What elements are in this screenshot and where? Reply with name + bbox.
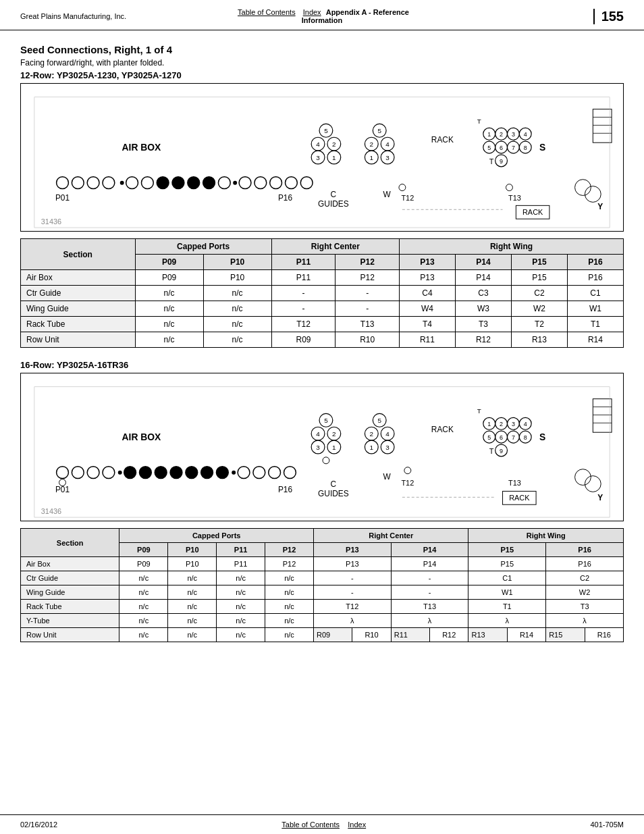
- svg-point-88: [118, 471, 122, 475]
- svg-text:2: 2: [500, 131, 503, 138]
- svg-text:5: 5: [377, 417, 381, 424]
- t2-col-p09: P09: [119, 543, 168, 557]
- svg-text:AIR BOX: AIR BOX: [122, 432, 162, 442]
- header-toc-link[interactable]: Table of Contents: [238, 8, 296, 16]
- footer: 02/16/2012 Table of Contents Index 401-7…: [0, 814, 644, 834]
- page-title: Seed Connections, Right, 1 of 4: [20, 44, 624, 55]
- svg-text:P16: P16: [278, 193, 293, 203]
- page-number: 155: [593, 9, 624, 24]
- svg-point-99: [269, 467, 281, 479]
- svg-text:RACK: RACK: [522, 208, 543, 216]
- diagram1: AIR BOX: [20, 83, 624, 232]
- section2-row-label: 16-Row: YP3025A-16TR36: [20, 360, 624, 370]
- svg-text:1: 1: [487, 421, 491, 427]
- svg-text:AIR BOX: AIR BOX: [122, 142, 162, 153]
- footer-toc-link[interactable]: Table of Contents: [281, 820, 340, 829]
- table-row: Row Unitn/cn/cR09R10R11R12R13R14: [21, 332, 624, 348]
- svg-point-90: [139, 467, 151, 479]
- svg-text:3: 3: [512, 131, 515, 138]
- svg-text:C: C: [331, 190, 337, 199]
- svg-text:P16: P16: [278, 485, 293, 494]
- svg-text:T13: T13: [508, 194, 521, 202]
- table-row: Ctr Guiden/cn/cn/cn/c--C1C2: [21, 571, 624, 585]
- svg-point-97: [238, 467, 250, 479]
- col-p14: P14: [455, 255, 511, 270]
- table-row: Y-Tuben/cn/cn/cn/cλλλλ: [21, 614, 624, 628]
- diagram1-svg: AIR BOX: [21, 84, 623, 231]
- svg-point-11: [188, 177, 200, 189]
- main-content: Seed Connections, Right, 1 of 4 Facing f…: [0, 30, 644, 668]
- svg-point-2: [57, 177, 69, 189]
- t2-col-right-wing: Right Wing: [468, 529, 624, 543]
- svg-text:1: 1: [487, 131, 491, 138]
- svg-rect-158: [593, 399, 612, 433]
- svg-text:2: 2: [500, 421, 503, 427]
- svg-text:1: 1: [370, 444, 374, 451]
- svg-point-68: [399, 184, 406, 191]
- table-row: Wing Guiden/cn/c--W4W3W2W1: [21, 301, 624, 317]
- header: Great Plains Manufacturing, Inc. Table o…: [0, 0, 644, 30]
- svg-text:8: 8: [524, 434, 527, 441]
- svg-point-70: [506, 184, 513, 191]
- svg-text:9: 9: [500, 158, 503, 165]
- svg-point-94: [201, 467, 213, 479]
- svg-text:T12: T12: [401, 194, 414, 202]
- svg-point-91: [155, 467, 167, 479]
- svg-point-9: [157, 177, 169, 189]
- svg-rect-76: [593, 109, 612, 143]
- t2-col-p16: P16: [546, 543, 624, 557]
- svg-point-7: [126, 177, 138, 189]
- svg-text:9: 9: [500, 448, 503, 454]
- col-right-wing: Right Wing: [399, 239, 623, 255]
- svg-text:2: 2: [370, 430, 374, 438]
- col-p09: P09: [135, 255, 203, 270]
- col-p16: P16: [567, 255, 623, 270]
- diagram2: AIR BOX: [20, 373, 624, 521]
- svg-text:T: T: [477, 118, 481, 125]
- svg-text:3: 3: [385, 444, 390, 451]
- header-index-link[interactable]: Index: [303, 8, 321, 16]
- svg-text:5: 5: [487, 434, 491, 441]
- svg-point-3: [72, 177, 84, 189]
- svg-point-15: [239, 177, 251, 189]
- svg-text:4: 4: [316, 140, 320, 148]
- table-row: Wing Guiden/cn/cn/cn/c--W1W2: [21, 585, 624, 600]
- header-company: Great Plains Manufacturing, Inc.: [20, 12, 221, 20]
- t2-col-p11: P11: [217, 543, 265, 557]
- svg-text:RACK: RACK: [431, 135, 454, 145]
- svg-text:7: 7: [512, 434, 515, 441]
- svg-point-6: [120, 181, 124, 185]
- t2-col-p12: P12: [265, 543, 314, 557]
- svg-point-89: [124, 467, 136, 479]
- svg-text:T: T: [489, 157, 494, 165]
- svg-point-18: [286, 177, 298, 189]
- svg-text:31436: 31436: [41, 217, 61, 226]
- footer-doc-number: 401-705M: [590, 820, 624, 829]
- svg-point-19: [300, 177, 313, 189]
- svg-text:W: W: [383, 472, 392, 481]
- header-page: 155: [423, 9, 624, 24]
- svg-point-14: [233, 181, 237, 185]
- svg-text:3: 3: [512, 421, 515, 427]
- svg-text:P01: P01: [55, 193, 70, 203]
- svg-text:4: 4: [385, 140, 390, 148]
- svg-text:T12: T12: [401, 479, 414, 487]
- svg-point-8: [141, 177, 153, 189]
- svg-text:5: 5: [487, 145, 491, 151]
- table1: Section Capped Ports Right Center Right …: [20, 238, 624, 348]
- svg-point-12: [203, 177, 215, 189]
- t2-col-section: Section: [21, 529, 119, 557]
- svg-point-4: [87, 177, 99, 189]
- header-nav: Table of Contents Index Appendix A - Ref…: [221, 8, 423, 24]
- svg-point-84: [57, 467, 69, 479]
- table2: Section Capped Ports Right Center Right …: [20, 528, 624, 642]
- footer-index-link[interactable]: Index: [348, 820, 366, 829]
- col-p13: P13: [399, 255, 455, 270]
- svg-text:5: 5: [324, 417, 328, 424]
- col-p11: P11: [271, 255, 336, 270]
- svg-text:31436: 31436: [41, 507, 61, 515]
- svg-text:GUIDES: GUIDES: [318, 199, 349, 209]
- page-subtitle: Facing forward/right, with planter folde…: [20, 58, 624, 68]
- svg-text:2: 2: [370, 140, 374, 148]
- svg-point-116: [323, 457, 329, 464]
